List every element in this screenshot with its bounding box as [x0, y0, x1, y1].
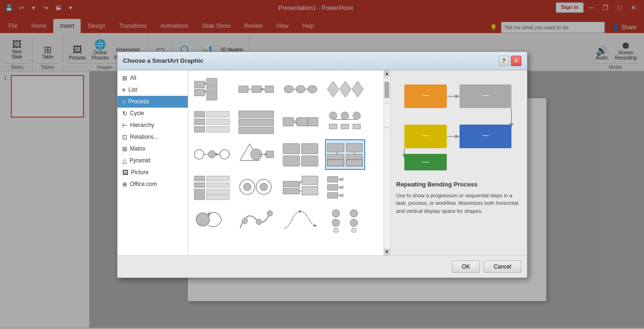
graphics-grid — [188, 70, 390, 239]
cat-matrix[interactable]: ⊞ Matrix — [117, 143, 188, 155]
graphic-item-1[interactable] — [192, 74, 232, 105]
svg-rect-0 — [194, 81, 205, 88]
svg-rect-68 — [194, 195, 205, 200]
svg-text:—: — — [482, 91, 489, 99]
svg-marker-20 — [352, 81, 363, 97]
cat-all-label: All — [130, 75, 136, 81]
cat-process[interactable]: ○ Process — [117, 96, 188, 108]
graphic-item-11[interactable] — [281, 139, 321, 170]
graphic-item-4[interactable] — [325, 74, 365, 105]
graphic-item-14[interactable] — [236, 172, 276, 202]
graphic-item-17[interactable] — [192, 204, 232, 235]
modal-footer: OK Cancel — [117, 255, 527, 278]
graphic-item-15[interactable] — [281, 172, 321, 202]
graphic-item-2[interactable] — [236, 74, 276, 105]
graphic-item-8[interactable] — [325, 107, 365, 137]
scroll-tick-2 — [385, 102, 389, 103]
cat-relations-label: Relations... — [130, 134, 159, 140]
svg-rect-11 — [265, 86, 274, 93]
cat-all[interactable]: ⊞ All — [117, 72, 188, 84]
svg-rect-27 — [239, 111, 274, 118]
cat-hierarchy-label: Hierarchy — [130, 122, 154, 128]
cat-relations[interactable]: ⊡ Relations... — [117, 131, 188, 143]
cat-office[interactable]: ⊕ Office.com — [117, 178, 188, 190]
svg-rect-78 — [283, 188, 300, 194]
svg-text:—: — — [482, 131, 489, 139]
svg-point-15 — [308, 85, 317, 93]
graphic-item-9[interactable] — [192, 139, 232, 170]
svg-text:—: — — [422, 158, 429, 165]
dialog-help-button[interactable]: ? — [499, 56, 509, 66]
scroll-track — [385, 77, 389, 249]
svg-rect-21 — [194, 111, 205, 117]
svg-rect-28 — [239, 119, 274, 126]
svg-marker-105 — [455, 94, 460, 98]
preview-image-area: — — — — — [391, 70, 527, 179]
ok-button[interactable]: OK — [452, 261, 480, 273]
graphic-item-20[interactable] — [325, 204, 365, 235]
cat-pyramid[interactable]: △ Pyramid — [117, 155, 188, 167]
svg-rect-40 — [329, 124, 337, 129]
svg-rect-85 — [327, 185, 338, 190]
graphic-item-18[interactable] — [236, 204, 276, 235]
graphic-item-10[interactable] — [236, 139, 276, 170]
svg-text:—: — — [422, 131, 429, 139]
svg-marker-18 — [327, 81, 339, 97]
svg-point-100 — [350, 219, 358, 227]
svg-marker-12 — [261, 88, 265, 91]
modal-header: Choose a SmartArt Graphic ? ✕ — [117, 52, 527, 70]
svg-rect-61 — [327, 160, 344, 166]
scroll-down-button[interactable]: ▼ — [384, 249, 390, 255]
svg-rect-34 — [308, 118, 318, 126]
graphic-item-16[interactable] — [325, 172, 365, 202]
smartart-dialog: Choose a SmartArt Graphic ? ✕ ⊞ All ≡ Li… — [117, 51, 527, 278]
graphic-item-7[interactable] — [281, 107, 321, 137]
svg-rect-57 — [327, 143, 344, 152]
svg-rect-7 — [239, 86, 248, 93]
scroll-thumb[interactable] — [385, 82, 389, 98]
graphics-scrollbar[interactable]: ▲ ▼ — [384, 70, 390, 255]
scroll-up-button[interactable]: ▲ — [384, 70, 390, 77]
graphic-item-12[interactable] — [325, 139, 365, 170]
svg-rect-58 — [346, 143, 362, 152]
cat-matrix-icon: ⊞ — [122, 145, 127, 152]
cat-hierarchy-icon: ⊢ — [122, 122, 127, 129]
svg-rect-77 — [283, 181, 300, 187]
preview-title: Repeating Bending Process — [391, 179, 527, 190]
svg-point-96 — [332, 210, 340, 217]
svg-marker-48 — [216, 153, 219, 156]
cat-cycle[interactable]: ↻ Cycle — [117, 108, 188, 119]
svg-marker-84 — [338, 178, 343, 181]
svg-rect-41 — [341, 124, 349, 129]
svg-rect-53 — [283, 143, 300, 154]
svg-rect-69 — [207, 176, 229, 181]
svg-text:—: — — [422, 91, 429, 99]
dialog-close-button[interactable]: ✕ — [511, 56, 521, 66]
graphic-item-19[interactable] — [281, 204, 321, 235]
svg-point-35 — [329, 112, 337, 119]
svg-rect-66 — [194, 183, 205, 187]
cat-list[interactable]: ≡ List — [117, 84, 188, 96]
svg-rect-67 — [194, 189, 205, 194]
svg-marker-86 — [338, 186, 343, 189]
svg-rect-79 — [302, 176, 318, 185]
graphic-item-3[interactable] — [281, 74, 321, 105]
graphic-item-5[interactable] — [192, 107, 232, 137]
scroll-tick-1 — [385, 78, 389, 79]
svg-rect-55 — [301, 143, 318, 154]
svg-rect-24 — [207, 111, 229, 117]
cat-hierarchy[interactable]: ⊢ Hierarchy — [117, 119, 188, 131]
svg-rect-3 — [207, 86, 217, 93]
graphics-scroll[interactable] — [188, 70, 390, 250]
cat-all-icon: ⊞ — [122, 75, 127, 82]
cat-pyramid-label: Pyramid — [130, 157, 151, 164]
svg-line-81 — [300, 180, 302, 184]
graphic-item-13[interactable] — [192, 172, 232, 202]
scroll-tick-3 — [385, 127, 389, 128]
cat-picture[interactable]: 🖼 Picture — [117, 167, 188, 178]
graphics-area: ▲ ▼ — [188, 70, 390, 255]
svg-rect-52 — [266, 151, 274, 158]
cancel-button[interactable]: Cancel — [484, 261, 521, 273]
svg-rect-23 — [194, 127, 205, 132]
graphic-item-6[interactable] — [236, 107, 276, 137]
